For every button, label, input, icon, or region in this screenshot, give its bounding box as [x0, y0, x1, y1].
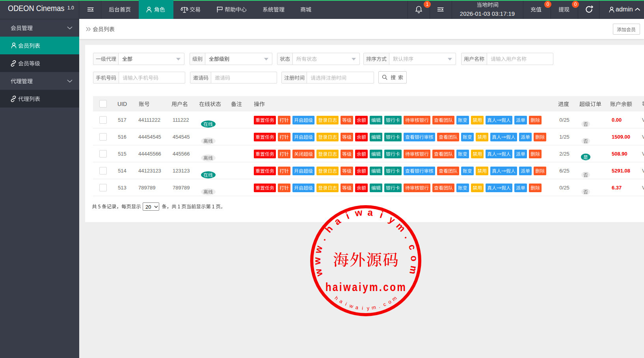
svg-text:a: a	[332, 215, 343, 227]
svg-text:.: .	[403, 233, 413, 240]
svg-text:y: y	[387, 214, 397, 226]
svg-text:m: m	[371, 304, 376, 311]
svg-text:w: w	[312, 245, 324, 255]
svg-text:.: .	[317, 235, 328, 242]
svg-text:o: o	[387, 299, 393, 305]
svg-text:c: c	[382, 301, 387, 308]
svg-text:i: i	[344, 301, 348, 307]
svg-text:i: i	[362, 305, 363, 311]
svg-text:m: m	[391, 295, 398, 302]
svg-text:w: w	[348, 302, 354, 310]
svg-text:a: a	[355, 304, 359, 310]
svg-text:w: w	[354, 207, 363, 219]
svg-text:c: c	[407, 243, 419, 251]
svg-text:i: i	[344, 210, 351, 221]
svg-text:o: o	[409, 255, 420, 262]
svg-text:i: i	[379, 209, 385, 220]
svg-text:a: a	[367, 207, 374, 218]
svg-text:a: a	[339, 298, 344, 305]
svg-text:w: w	[313, 267, 325, 278]
svg-text:m: m	[408, 265, 420, 275]
svg-text:haiwaiym.com: haiwaiym.com	[326, 281, 407, 293]
svg-text:y: y	[367, 305, 370, 311]
svg-text:w: w	[312, 257, 322, 265]
svg-text:.: .	[378, 303, 381, 309]
svg-text:h: h	[333, 295, 339, 301]
